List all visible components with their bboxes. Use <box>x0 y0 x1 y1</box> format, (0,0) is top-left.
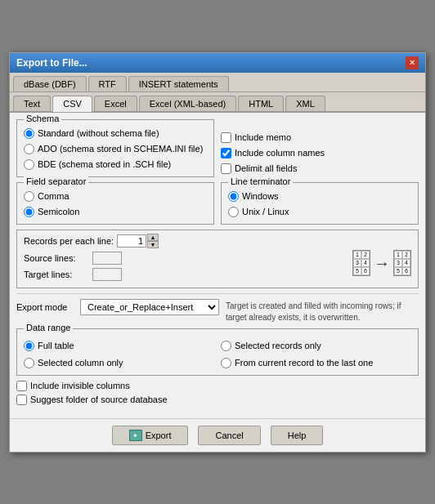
field-sep-label-0: Comma <box>38 191 70 201</box>
data-range-radio-3[interactable] <box>221 358 231 368</box>
data-range-label-2: Selected column only <box>38 358 123 368</box>
schema-title: Schema <box>24 114 61 123</box>
tab-insert[interactable]: INSERT statements <box>128 76 229 91</box>
tab-excel-xml[interactable]: Excel (XML-based) <box>139 96 237 111</box>
grid-cell: 4 <box>361 259 370 267</box>
records-per-line-input[interactable]: 1 <box>117 234 146 248</box>
grid-cell: 4 <box>402 259 410 267</box>
grid-right-icon: 1 2 3 4 5 6 <box>393 250 411 276</box>
data-range-title: Data range <box>24 323 73 332</box>
grid-left-icon: 1 2 3 4 5 6 <box>352 250 370 276</box>
spin-up-button[interactable]: ▲ <box>147 234 159 241</box>
data-range-label-0: Full table <box>38 341 74 350</box>
records-spinner: 1 ▲ ▼ <box>117 234 159 248</box>
line-term-option-1: Unix / Linux <box>228 207 411 217</box>
schema-group: Schema Standard (without schema file) AD… <box>16 119 214 177</box>
include-column-names-checkbox[interactable] <box>221 148 231 158</box>
tab-dbase[interactable]: dBase (DBF) <box>13 76 87 91</box>
footer: ✦ Export Cancel Help <box>10 418 425 452</box>
help-label: Help <box>288 430 307 440</box>
grid-cell: 2 <box>402 251 410 259</box>
cancel-button[interactable]: Cancel <box>198 426 260 445</box>
field-sep-radio-1[interactable] <box>24 207 34 217</box>
grid-cell: 5 <box>394 267 402 275</box>
line-terminator-title: Line terminator <box>228 176 293 186</box>
delimit-all-fields-row: Delimit all fields <box>221 163 419 174</box>
window-title: Export to File... <box>16 57 87 69</box>
top-tab-bar: dBase (DBF) RTF INSERT statements <box>10 73 425 92</box>
field-sep-label-1: Semicolon <box>38 207 79 216</box>
schema-label-0: Standard (without schema file) <box>38 128 159 138</box>
help-button[interactable]: Help <box>271 426 324 445</box>
target-lines-input[interactable]: 13 <box>92 268 122 281</box>
tab-excel[interactable]: Excel <box>94 96 137 111</box>
tab-html[interactable]: HTML <box>238 96 284 111</box>
suggest-folder-row: Suggest folder of source database <box>16 395 419 405</box>
field-separator-section: Field separator Comma Semicolon <box>16 182 214 230</box>
export-label: Export <box>146 430 172 440</box>
include-column-names-label: Include column names <box>235 148 325 158</box>
grid-cell: 3 <box>394 259 402 267</box>
grid-cell: 6 <box>361 267 370 275</box>
export-mode-row: Export mode Create_or_Replace+Insert Cre… <box>16 293 419 323</box>
field-sep-option-0: Comma <box>24 191 207 202</box>
data-range-label-1: Selected records only <box>235 341 321 350</box>
line-term-label-1: Unix / Linux <box>242 207 289 216</box>
close-button[interactable]: ✕ <box>406 56 419 69</box>
spin-down-button[interactable]: ▼ <box>147 241 159 248</box>
tab-xml[interactable]: XML <box>285 96 325 111</box>
data-range-radio-0[interactable] <box>24 341 34 351</box>
schema-radio-1[interactable] <box>24 144 34 154</box>
field-sep-radio-0[interactable] <box>24 191 34 202</box>
delimit-all-fields-label: Delimit all fields <box>235 163 297 173</box>
tab-text[interactable]: Text <box>13 96 51 111</box>
include-invisible-label: Include invisible columns <box>30 381 130 390</box>
data-range-option-3: From current record to the last one <box>221 358 411 368</box>
records-per-line-label: Records per each line: <box>24 236 114 246</box>
separator-terminator-row: Field separator Comma Semicolon Line ter… <box>16 182 419 230</box>
tab-rtf[interactable]: RTF <box>88 76 127 91</box>
grid-cell: 2 <box>361 251 370 259</box>
data-range-radio-2[interactable] <box>24 358 34 368</box>
grid-cell: 5 <box>353 267 361 275</box>
tab-csv[interactable]: CSV <box>52 96 92 112</box>
line-term-option-0: Windows <box>228 191 411 202</box>
export-button[interactable]: ✦ Export <box>112 426 189 445</box>
source-lines-label: Source lines: <box>24 253 89 263</box>
grid-cell: 1 <box>353 251 361 259</box>
export-mode-select[interactable]: Create_or_Replace+Insert Create_or_Repla… <box>80 299 219 315</box>
include-column-names-row: Include column names <box>221 148 419 158</box>
data-range-option-0: Full table <box>24 341 214 351</box>
source-lines-row: Source lines: 13 <box>24 252 343 265</box>
line-term-radio-0[interactable] <box>228 191 239 202</box>
suggest-folder-checkbox[interactable] <box>16 395 27 405</box>
data-range-radio-1[interactable] <box>221 341 231 351</box>
line-terminator-section: Line terminator Windows Unix / Linux <box>221 182 419 230</box>
include-memo-label: Include memo <box>235 132 291 142</box>
delimit-all-fields-checkbox[interactable] <box>221 163 231 174</box>
data-range-option-1: Selected records only <box>221 341 411 351</box>
schema-option-0: Standard (without schema file) <box>24 128 207 139</box>
schema-section: Schema Standard (without schema file) AD… <box>16 119 214 182</box>
line-terminator-group: Line terminator Windows Unix / Linux <box>221 182 419 225</box>
schema-radio-2[interactable] <box>24 159 34 170</box>
records-left: Records per each line: 1 ▲ ▼ Source line… <box>24 234 343 281</box>
field-sep-option-1: Semicolon <box>24 207 207 217</box>
grid-cell: 3 <box>353 259 361 267</box>
source-lines-input[interactable]: 13 <box>92 252 122 265</box>
schema-radio-0[interactable] <box>24 128 34 139</box>
line-term-radio-1[interactable] <box>228 207 239 217</box>
cancel-label: Cancel <box>215 430 243 440</box>
export-icon: ✦ <box>129 430 142 441</box>
second-tab-bar: Text CSV Excel Excel (XML-based) HTML XM… <box>10 92 425 113</box>
schema-option-1: ADO (schema stored in SCHEMA.INI file) <box>24 144 207 154</box>
include-memo-checkbox[interactable] <box>221 132 231 143</box>
main-window: Export to File... ✕ dBase (DBF) RTF INSE… <box>9 52 426 453</box>
schema-label-2: BDE (schema stored in .SCH file) <box>38 159 171 169</box>
title-bar: Export to File... ✕ <box>10 53 425 73</box>
field-separator-title: Field separator <box>24 176 88 186</box>
include-invisible-checkbox[interactable] <box>16 381 27 391</box>
target-lines-row: Target lines: 13 <box>24 268 343 281</box>
data-range-group: Data range Full table Selected records o… <box>16 328 419 376</box>
grid-cell: 1 <box>394 251 402 259</box>
